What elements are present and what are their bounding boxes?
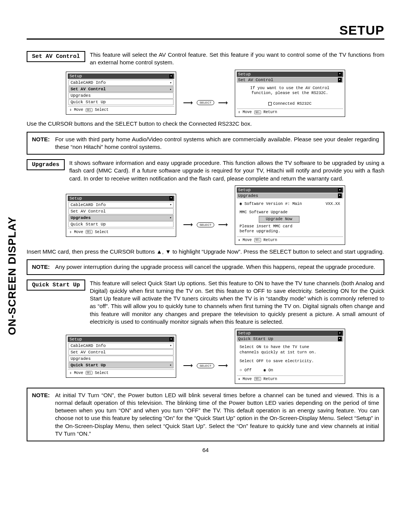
page-number: 64	[27, 447, 384, 453]
menu-item[interactable]: Quick Start Up▸	[68, 362, 174, 368]
osd-detail-upgrades: Setup▾ Upgrades▸ Software Version #: Mai…	[235, 185, 345, 245]
upgrades-paragraph: It shows software information and easy u…	[69, 159, 384, 182]
menu-item[interactable]: CableCARD Info▾	[68, 343, 174, 349]
arrow-sequence: ⟶ SELECT ⟶	[183, 220, 228, 229]
osd-text: channels quickly at 1st turn on.	[240, 350, 340, 355]
menu-item[interactable]: Upgrades	[68, 93, 174, 99]
radio-on[interactable]: On	[264, 368, 273, 372]
menu-item[interactable]: Set AV Control	[68, 349, 174, 355]
note-box: NOTE: At initial TV Turn “ON”, the Power…	[27, 388, 384, 442]
osd-menu-av: Setup▾ CableCARD Info▾ Set AV Control▸ U…	[66, 72, 176, 115]
note-text: For use with third party home Audio/Vide…	[55, 136, 379, 151]
osd-footer: ⇕ Move SEL Select	[68, 106, 174, 113]
note-box: NOTE: For use with third party home Audi…	[27, 132, 384, 155]
menu-item[interactable]: Upgrades	[68, 356, 174, 362]
note-text: At initial TV Turn “ON”, the Power butto…	[55, 391, 379, 438]
page-title: SETUP	[27, 23, 384, 40]
select-button-icon: SELECT	[197, 100, 214, 105]
mmc-label: MMC Software Upgrade	[240, 210, 340, 215]
osd-menu-upgrades: Setup▾ CableCARD Info▾ Set AV Control Up…	[66, 194, 176, 237]
note-box: NOTE: Any power interruption during the …	[27, 259, 384, 275]
note-text: Any power interruption during the upgrad…	[55, 263, 375, 271]
arrow-sequence: ⟶ SELECT ⟶	[183, 99, 228, 107]
feature-av-control: Set AV Control	[27, 51, 85, 62]
menu-item[interactable]: Upgrades▸	[68, 215, 174, 221]
osd-text: before upgrading.	[240, 229, 340, 234]
checkbox-row[interactable]: Connected RS232C	[240, 101, 340, 107]
menu-item[interactable]: Set AV Control▸	[68, 86, 174, 92]
version-label: Software Version #: Main	[240, 201, 302, 207]
upgrades-after-text: Insert MMC card, then press the CURSOR b…	[27, 248, 384, 256]
osd-text: Select OFF to save electricity.	[240, 359, 340, 364]
osd-text: Select ON to have the TV tune	[240, 345, 340, 350]
note-label: NOTE:	[32, 136, 50, 151]
av-after-text: Use the CURSOR buttons and the SELECT bu…	[27, 120, 384, 128]
osd-text: function, please set the RS232C.	[240, 91, 340, 96]
menu-item[interactable]: CableCARD Info▾	[68, 80, 174, 86]
osd-text: Please insert MMC card	[240, 224, 340, 229]
quick-start-paragraph: This feature will select Quick Start Up …	[90, 280, 384, 326]
feature-quick-start: Quick Start Up	[27, 280, 85, 291]
osd-detail-av: Setup▾ Set AV Control▸ If you want to us…	[235, 70, 345, 117]
chevron-down-icon: ▾	[169, 74, 173, 78]
select-button-icon: SELECT	[197, 363, 214, 368]
version-value: VXX.XX	[326, 201, 340, 207]
note-label: NOTE:	[32, 263, 50, 271]
av-paragraph: This feature will select the AV Control …	[90, 51, 384, 67]
menu-item[interactable]: CableCARD Info▾	[68, 202, 174, 208]
feature-upgrades: Upgrades	[27, 159, 65, 170]
menu-item[interactable]: Quick Start Up	[68, 221, 174, 227]
radio-off[interactable]: Off	[240, 368, 252, 372]
checkbox-icon[interactable]	[268, 102, 272, 105]
upgrade-now-button[interactable]: Upgrade Now	[259, 216, 299, 223]
side-label: ON-SCREEN DISPLAY	[6, 216, 18, 335]
menu-item[interactable]: Set AV Control	[68, 208, 174, 214]
osd-title: Setup	[69, 74, 82, 78]
osd-detail-quickstart: Setup▾ Quick Start Up▸ Select ON to have…	[235, 329, 345, 384]
osd-text: If you want to use the AV Control	[240, 86, 340, 91]
select-button-icon: SELECT	[197, 222, 214, 227]
note-label: NOTE:	[32, 391, 50, 438]
arrow-sequence: ⟶ SELECT ⟶	[183, 361, 228, 370]
menu-item[interactable]: Quick Start Up	[68, 99, 174, 105]
osd-menu-quickstart: Setup▾ CableCARD Info▾ Set AV Control Up…	[66, 335, 176, 378]
